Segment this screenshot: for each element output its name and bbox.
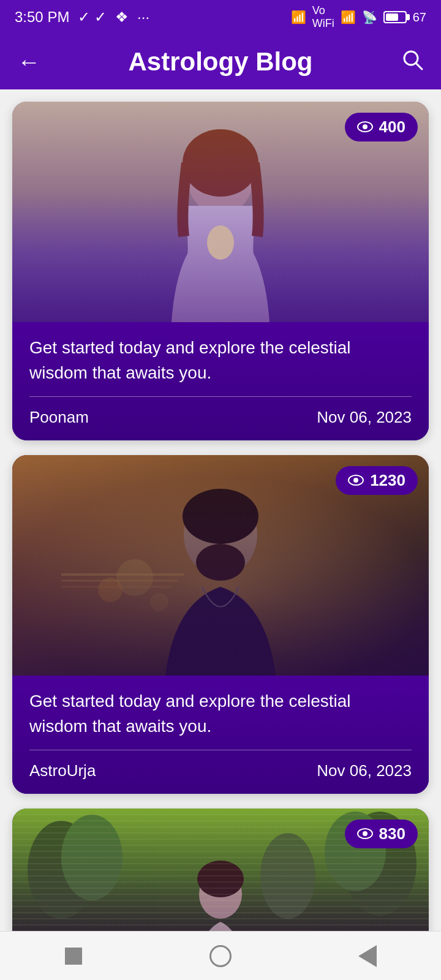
card-date-2: Nov 06, 2023 [317, 761, 412, 780]
card-footer-2: AstroUrja Nov 06, 2023 [29, 761, 412, 780]
circle-icon [209, 945, 232, 967]
svg-point-22 [353, 478, 358, 483]
page-title: Astrology Blog [129, 47, 313, 77]
bottom-navigation [0, 931, 441, 980]
card-description-2: Get started today and explore the celest… [29, 689, 412, 739]
card-description-1: Get started today and explore the celest… [29, 336, 412, 385]
eye-icon-2 [348, 471, 364, 490]
nav-square-button[interactable] [58, 941, 89, 971]
card-divider-1 [29, 396, 412, 397]
nav-home-button[interactable] [205, 941, 236, 971]
svg-point-8 [363, 124, 368, 129]
signal-icon: 📶 [291, 10, 306, 24]
card-body-2: Get started today and explore the celest… [12, 676, 429, 794]
card-divider-2 [29, 750, 412, 750]
view-count-3: 830 [345, 820, 418, 848]
blog-card-1[interactable]: 400 Get started today and explore the ce… [12, 102, 429, 440]
signal-icon-2: 📶 [341, 10, 356, 24]
blog-list: 400 Get started today and explore the ce… [0, 89, 441, 980]
view-count-2: 1230 [336, 466, 418, 495]
card-author-2: AstroUrja [29, 761, 96, 780]
eye-icon-3 [357, 824, 373, 843]
view-count-1: 400 [345, 113, 418, 141]
battery-percentage: 67 [413, 10, 426, 24]
vowifi-label: VoWiFi [312, 4, 334, 30]
blog-card-2[interactable]: 1230 Get started today and explore the c… [12, 455, 429, 794]
eye-icon-1 [357, 118, 373, 137]
search-button[interactable] [401, 48, 424, 77]
wifi-icon: 📡 [362, 10, 377, 24]
card-date-1: Nov 06, 2023 [317, 408, 412, 427]
svg-point-54 [363, 831, 368, 836]
svg-point-6 [207, 225, 234, 260]
page-header: ← Astrology Blog [0, 34, 441, 89]
status-bar: 3:50 PM ✓ ✓ ❖ ··· 📶 VoWiFi 📶 📡 67 [0, 0, 441, 34]
layers-icon: ❖ [115, 9, 129, 26]
check-icon: ✓ ✓ [78, 9, 107, 26]
square-icon [65, 948, 82, 965]
card-footer-1: Poonam Nov 06, 2023 [29, 408, 412, 427]
back-button[interactable]: ← [17, 49, 40, 75]
card-author-1: Poonam [29, 408, 89, 427]
battery-icon [383, 11, 407, 23]
nav-back-button[interactable] [352, 941, 383, 971]
time-display: 3:50 PM [15, 9, 69, 26]
triangle-icon [358, 945, 377, 967]
more-icon: ··· [137, 9, 149, 26]
svg-line-1 [416, 63, 422, 69]
card-body-1: Get started today and explore the celest… [12, 322, 429, 440]
